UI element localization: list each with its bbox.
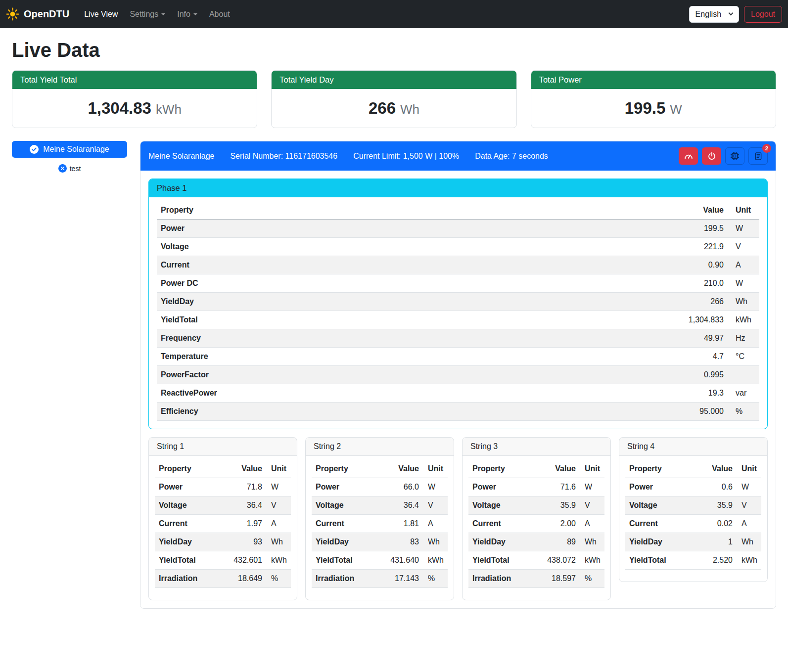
row-value: 49.97 <box>498 329 728 348</box>
summary-card-body: 266Wh <box>272 89 516 128</box>
table-row: Voltage36.4V <box>312 496 448 515</box>
row-unit: W <box>728 220 759 238</box>
row-value: 89 <box>531 533 580 551</box>
content-row: Meine Solaranlage test Meine Solaranlage… <box>12 141 776 609</box>
row-unit: Wh <box>737 533 761 551</box>
row-value: 19.3 <box>498 384 728 403</box>
row-value: 35.9 <box>693 496 737 515</box>
string-table-body: Power71.6WVoltage35.9VCurrent2.00AYieldD… <box>468 478 604 588</box>
app-brand[interactable]: OpenDTU <box>6 7 69 21</box>
table-row: Frequency49.97Hz <box>157 329 759 348</box>
table-row: YieldTotal432.601kWh <box>155 551 291 570</box>
table-header-row: Property Value Unit <box>625 460 761 478</box>
row-property: Current <box>157 256 498 274</box>
row-unit: V <box>728 238 759 256</box>
table-row: Efficiency95.000% <box>157 403 759 421</box>
language-select[interactable]: English <box>689 6 739 23</box>
string-table: Property Value Unit Power66.0WVoltage36.… <box>312 460 448 588</box>
column-header-unit: Unit <box>580 460 604 478</box>
string-table-body: Power0.6WVoltage35.9VCurrent0.02AYieldDa… <box>625 478 761 570</box>
navbar: OpenDTU Live View Settings Info About En… <box>0 0 788 28</box>
row-property: Current <box>625 515 693 533</box>
summary-unit: W <box>670 102 682 117</box>
column-header-unit: Unit <box>737 460 761 478</box>
row-property: Voltage <box>312 496 374 515</box>
row-unit: A <box>423 515 448 533</box>
row-property: Irradiation <box>155 570 217 588</box>
row-property: Power <box>157 220 498 238</box>
row-unit: V <box>737 496 761 515</box>
row-unit: V <box>580 496 604 515</box>
inverter-panel: Meine Solaranlage Serial Number: 1161716… <box>140 141 776 609</box>
table-row: YieldDay83Wh <box>312 533 448 551</box>
nav-about[interactable]: About <box>205 6 234 23</box>
row-value: 95.000 <box>498 403 728 421</box>
row-unit: A <box>580 515 604 533</box>
device-info-button[interactable] <box>725 147 744 165</box>
row-property: YieldTotal <box>468 551 531 570</box>
table-row: Irradiation18.597% <box>468 570 604 588</box>
limit-settings-button[interactable] <box>679 147 698 165</box>
string-table: Property Value Unit Power71.8WVoltage36.… <box>155 460 291 588</box>
inverter-select-button[interactable]: Meine Solaranlage <box>12 141 127 158</box>
row-unit: var <box>728 384 759 403</box>
phase-card-header: Phase 1 <box>149 179 767 197</box>
inverter-limit: Current Limit: 1,500 W | 100% <box>353 152 459 161</box>
row-unit: % <box>580 570 604 588</box>
inverter-name: Meine Solaranlage <box>148 152 214 161</box>
row-value: 71.8 <box>217 478 266 496</box>
string-card-body: Property Value Unit Power71.6WVoltage35.… <box>463 456 610 600</box>
phase-table: Property Value Unit Power199.5WVoltage22… <box>157 201 759 421</box>
row-value: 438.072 <box>531 551 580 570</box>
row-unit: V <box>423 496 448 515</box>
row-value: 93 <box>217 533 266 551</box>
row-value: 18.597 <box>531 570 580 588</box>
table-header-row: Property Value Unit <box>155 460 291 478</box>
event-log-button[interactable]: 2 <box>748 147 768 165</box>
row-property: Power <box>312 478 374 496</box>
row-unit: A <box>737 515 761 533</box>
nav-live-view[interactable]: Live View <box>80 6 122 23</box>
table-row: Temperature4.7°C <box>157 348 759 366</box>
event-count-badge: 2 <box>762 144 771 153</box>
table-row: YieldTotal431.640kWh <box>312 551 448 570</box>
row-property: YieldDay <box>157 293 498 311</box>
row-property: PowerFactor <box>157 366 498 384</box>
navbar-right: English Logout <box>689 6 782 23</box>
nav-settings[interactable]: Settings <box>125 6 170 23</box>
power-settings-button[interactable] <box>702 147 721 165</box>
x-circle-icon <box>58 164 67 173</box>
cpu-icon <box>730 151 740 161</box>
row-unit <box>728 366 759 384</box>
row-unit: W <box>728 274 759 293</box>
table-row: ReactivePower19.3var <box>157 384 759 403</box>
table-row: YieldDay1Wh <box>625 533 761 551</box>
row-value: 266 <box>498 293 728 311</box>
table-row: Current1.81A <box>312 515 448 533</box>
phase-card-body: Property Value Unit Power199.5WVoltage22… <box>149 197 767 429</box>
inverter-panel-header: Meine Solaranlage Serial Number: 1161716… <box>140 141 776 171</box>
row-value: 66.0 <box>374 478 423 496</box>
column-header-value: Value <box>693 460 737 478</box>
row-value: 4.7 <box>498 348 728 366</box>
nav-info[interactable]: Info <box>173 6 202 23</box>
row-unit: W <box>580 478 604 496</box>
row-value: 35.9 <box>531 496 580 515</box>
row-value: 2.00 <box>531 515 580 533</box>
column-header-property: Property <box>155 460 217 478</box>
inverter-panel-body: Phase 1 Property Value Unit Power199.5WV… <box>140 171 776 608</box>
logout-button[interactable]: Logout <box>744 6 782 23</box>
row-property: ReactivePower <box>157 384 498 403</box>
power-icon <box>707 152 716 161</box>
row-property: YieldTotal <box>155 551 217 570</box>
row-value: 199.5 <box>498 220 728 238</box>
row-unit: kWh <box>580 551 604 570</box>
row-unit: Wh <box>423 533 448 551</box>
row-property: YieldDay <box>155 533 217 551</box>
sidebar-item-test[interactable]: test <box>12 164 127 173</box>
table-row: Power199.5W <box>157 220 759 238</box>
summary-card-total-power: Total Power 199.5W <box>531 70 776 128</box>
row-property: Power <box>625 478 693 496</box>
summary-unit: kWh <box>156 102 182 117</box>
phase-card: Phase 1 Property Value Unit Power199.5WV… <box>148 179 768 429</box>
